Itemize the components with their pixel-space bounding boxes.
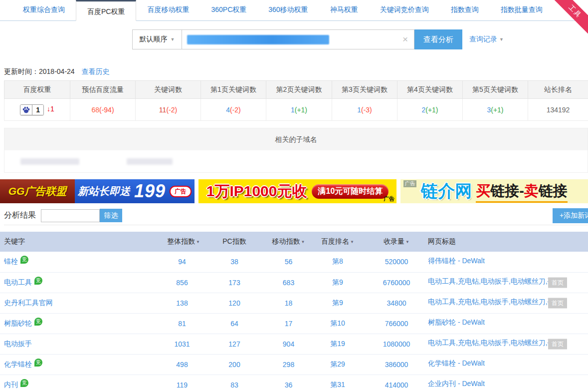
ad-banner-link-market[interactable]: 广告 链介网 买链接-卖链接: [400, 179, 588, 203]
tab-keyword-bidding[interactable]: 关键词竞价查询: [369, 0, 440, 20]
tab-360-mobile-weight[interactable]: 360移动权重: [257, 0, 319, 20]
col-overall-index[interactable]: 整体指数▼: [167, 232, 197, 252]
page-title-link[interactable]: 得伟锚栓 - DeWalt: [428, 257, 485, 266]
page-title-link[interactable]: 电动工具,充电钻,电动扳手,电动螺丝刀,手电...: [428, 277, 552, 286]
col-est-traffic: 预估百度流量: [70, 81, 136, 99]
col-page4-keywords: 第4页关键词数: [397, 81, 463, 99]
ad-banner-gg-alliance[interactable]: GG广告联盟 新站长即送 199 广告: [0, 179, 195, 203]
pc-index: 127: [197, 334, 272, 354]
index-volume[interactable]: 520000: [370, 252, 423, 272]
overall-index: 498: [167, 354, 197, 375]
col-baidu-rank-label: 百度排名: [321, 237, 349, 245]
table-row: 内刊竞 119 83 36 第31 414000 企业内刊 - DeWalt: [0, 375, 588, 392]
tab-360-pc-weight[interactable]: 360PC权重: [200, 0, 257, 20]
col-mobile-index[interactable]: 移动指数▼: [272, 232, 305, 252]
index-volume[interactable]: 34800: [370, 293, 423, 313]
tab-index-query[interactable]: 指数查询: [440, 0, 490, 20]
sort-order-label: 默认顺序: [140, 35, 168, 44]
index-volume[interactable]: 766000: [370, 313, 423, 334]
col-baidu-rank[interactable]: 百度排名▼: [305, 232, 370, 252]
bidding-icon: 竞: [34, 359, 42, 367]
pc-index: 120: [197, 293, 272, 313]
keyword-link[interactable]: 树脂砂轮: [4, 319, 32, 327]
update-time-row: 更新时间：2018-04-24 查看历史: [4, 67, 588, 77]
page5-cell: 3(+1): [463, 99, 528, 121]
update-time-label: 更新时间：: [4, 67, 39, 75]
keyword-link[interactable]: 内刊: [4, 381, 18, 389]
index-volume[interactable]: 6760000: [370, 272, 423, 293]
page-title-link[interactable]: 企业内刊 - DeWalt: [428, 380, 485, 389]
pc-index: 173: [197, 272, 272, 293]
weight-trend-down: ↓1: [47, 105, 54, 113]
col-page2-keywords: 第2页关键词数: [266, 81, 332, 99]
keyword-link[interactable]: 史丹利工具官网: [4, 299, 53, 307]
page-title-link[interactable]: 电动工具,充电钻,电动扳手,电动螺丝刀,手电...: [428, 339, 552, 348]
ad1-number: 199: [134, 181, 166, 202]
ad-banner-ip-traffic[interactable]: 1万IP1000元收 满10元可随时结算 广告: [198, 179, 396, 203]
keyword-link[interactable]: 化学锚栓: [4, 360, 32, 368]
chevron-down-icon: ▼: [499, 37, 504, 42]
filter-button[interactable]: 筛选: [100, 209, 122, 222]
col-overall-index-label: 整体指数: [167, 237, 195, 245]
add-keyword-button[interactable]: +添加新词: [553, 208, 588, 223]
sort-order-dropdown[interactable]: 默认顺序 ▼: [132, 29, 182, 49]
sort-caret-icon: ▼: [196, 240, 200, 244]
keyword-link[interactable]: 电动扳手: [4, 340, 32, 348]
index-volume[interactable]: 386000: [370, 354, 423, 375]
analysis-toolbar: 分析结果 筛选 +添加新词: [4, 209, 588, 225]
page-title-link[interactable]: 化学锚栓 - DeWalt: [428, 359, 485, 368]
search-row: 默认顺序 ▼ × 查看分析 查询记录 ▼: [132, 29, 588, 49]
keyword-link[interactable]: 电动工具: [4, 278, 32, 286]
table-row: 化学锚栓竞 498 200 298 第29 386000 化学锚栓 - DeWa…: [0, 354, 588, 375]
update-date: 2018-04-24: [39, 67, 75, 75]
value: 11: [159, 106, 167, 114]
value: 1: [357, 106, 361, 114]
tab-weight-combined[interactable]: 权重综合查询: [12, 0, 76, 20]
col-page3-keywords: 第3页关键词数: [332, 81, 397, 99]
clear-input-icon[interactable]: ×: [402, 34, 408, 45]
index-volume[interactable]: 414000: [370, 375, 423, 392]
mobile-index: 56: [272, 252, 305, 272]
overall-index: 119: [167, 375, 197, 392]
filter-input[interactable]: [41, 209, 100, 222]
keyword-link[interactable]: 锚栓: [4, 257, 18, 265]
chevron-down-icon: ▼: [171, 37, 175, 42]
analyze-button[interactable]: 查看分析: [414, 29, 462, 49]
page: 权重综合查询 百度PC权重 百度移动权重 360PC权重 360移动权重 神马权…: [0, 0, 588, 392]
diff: (+1): [425, 106, 438, 114]
baidu-rank: 第9: [305, 293, 370, 313]
tab-index-batch-query[interactable]: 指数批量查询: [490, 0, 554, 20]
baidu-rank: 第9: [305, 272, 370, 293]
query-history-link[interactable]: 查询记录 ▼: [469, 35, 504, 44]
ad3-slogan: 买链接-卖链接: [476, 180, 568, 203]
tab-baidu-pc-weight[interactable]: 百度PC权重: [76, 0, 136, 21]
page-title-link[interactable]: 电动工具,充电钻,电动扳手,电动螺丝刀,手电...: [428, 298, 552, 307]
view-history-link[interactable]: 查看历史: [82, 67, 110, 75]
diff: (-2): [230, 106, 241, 114]
subdomain-item-redacted: [20, 158, 79, 165]
ad1-slogan: 新站长即送: [78, 184, 130, 198]
search-input[interactable]: ×: [182, 29, 414, 49]
pc-index: 64: [197, 313, 272, 334]
sort-caret-icon: ▼: [405, 240, 409, 244]
col-pc-index: PC指数: [197, 232, 272, 252]
query-text-redacted: [187, 35, 329, 44]
ad-label-badge: 广告: [384, 195, 394, 203]
keyword-count-cell: 11(-2): [136, 99, 201, 121]
col-webmaster-rank: 站长排名: [528, 81, 588, 99]
diff: (-3): [361, 106, 372, 114]
overall-index: 94: [167, 252, 197, 272]
page-title-link[interactable]: 树脂砂轮 - DeWalt: [428, 318, 485, 327]
bidding-icon: 竞: [34, 277, 42, 285]
tab-shenma-weight[interactable]: 神马权重: [319, 0, 369, 20]
ad1-right: 新站长即送 199 广告: [75, 179, 195, 203]
mobile-index: 683: [272, 272, 305, 293]
index-volume[interactable]: 1080000: [370, 334, 423, 354]
tab-baidu-mobile-weight[interactable]: 百度移动权重: [136, 0, 200, 20]
table-row: 电动工具竞 856 173 683 第9 6760000 电动工具,充电钻,电动…: [0, 272, 588, 293]
page1-cell: 4(-2): [201, 99, 266, 121]
col-index-volume[interactable]: 收录量▼: [370, 232, 423, 252]
baidu-rank: 第31: [305, 375, 370, 392]
ad1-brand: GG广告联盟: [0, 179, 75, 203]
weight-summary-table: 百度权重 预估百度流量 关键词数 第1页关键词数 第2页关键词数 第3页关键词数…: [4, 80, 588, 121]
